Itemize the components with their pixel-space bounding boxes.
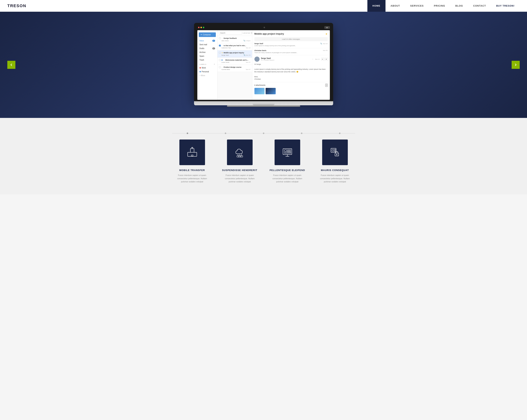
download-all-button[interactable]: ⬇ [325, 84, 328, 87]
svg-point-23 [336, 154, 337, 155]
unread-dot [221, 59, 223, 61]
sidebar-archive[interactable]: Archive [197, 50, 217, 54]
email-from: Jack Jones [221, 40, 229, 42]
email-list-header: 1-24 of 112 ‹ › [218, 30, 252, 36]
nav-blog[interactable]: BLOG [450, 0, 468, 12]
feature-title: PELLENTESQUE ELEIFEND [270, 169, 305, 172]
svg-rect-2 [188, 152, 197, 156]
email-time: 📎 4:30pm [243, 40, 251, 42]
nav-contact[interactable]: CONTACT [468, 0, 491, 12]
nav-about[interactable]: ABOUT [385, 0, 405, 12]
svg-rect-20 [334, 149, 336, 150]
feature-icon-security [322, 140, 348, 165]
features-section: MOBILE TRANSFER Fusce interdum sapien ut… [0, 118, 527, 194]
email-star[interactable]: ☆ [221, 45, 223, 46]
next-slide-button[interactable] [512, 61, 520, 69]
sidebar-spam[interactable]: Spam [197, 54, 217, 58]
sidebar-drafts[interactable]: Drafts 2 [197, 46, 217, 50]
conv-sender: Serge Vasil [254, 43, 263, 44]
sidebar-trash[interactable]: Trash [197, 58, 217, 62]
laptop-foot [227, 105, 300, 107]
sidebar-inbox[interactable]: Inbox 3 [197, 39, 217, 43]
email-time: Nov 10 [246, 47, 250, 49]
email-item[interactable]: ☆ Bistronome materials and s... Lewis Sm… [218, 58, 252, 65]
laptop-stand [253, 103, 274, 105]
email-checkbox[interactable] [219, 37, 221, 39]
dot-green [203, 27, 204, 28]
prev-arrow[interactable] [7, 61, 15, 69]
features-grid: MOBILE TRANSFER Fusce interdum sapien ut… [163, 140, 364, 183]
attachment-count: 2 attachments [254, 84, 266, 86]
prev-page-button[interactable]: ‹ [251, 32, 252, 34]
email-from: Catherine Tate [221, 47, 231, 49]
email-checkbox[interactable] [219, 59, 221, 61]
nav-services[interactable]: SERVICES [405, 0, 429, 12]
svg-point-1 [255, 59, 259, 62]
nav-links: HOME ABOUT SERVICES PRICING BLOG CONTACT… [367, 0, 520, 12]
laptop-mockup: ⬤ ✏ Compose Inbox 3 [194, 23, 333, 107]
navbar: TRESON HOME ABOUT SERVICES PRICING BLOG … [0, 0, 527, 12]
hero-section: ⬤ ✏ Compose Inbox 3 [0, 12, 527, 118]
message-body: Hi Serge, Lorem Ipsum is simply dummy te… [254, 63, 328, 81]
email-item[interactable]: ☆ Design feedback Jack Jones 📎 4:30pm [218, 36, 252, 43]
email-star[interactable]: ☆ [223, 59, 225, 61]
clip-icon: 📎 [320, 43, 322, 44]
attachment-thumb[interactable] [266, 88, 276, 94]
email-subject: Design feedback [224, 37, 251, 39]
email-star[interactable]: ★ [221, 52, 223, 54]
svg-point-0 [256, 58, 258, 59]
email-star[interactable]: ☆ [221, 66, 223, 68]
feature-item: PELLENTESQUE ELEIFEND Fusce interdum sap… [269, 140, 306, 183]
feature-desc: Fusce interdum sapien ut quam consectetu… [269, 174, 306, 183]
detail-star[interactable]: ★ [325, 33, 328, 35]
label-personal[interactable]: Personal [197, 70, 217, 74]
email-from: Serge Vasil [221, 54, 229, 56]
email-checkbox[interactable] [219, 52, 221, 54]
inbox-label: Inbox [199, 40, 204, 42]
email-checkbox[interactable]: ✓ [219, 45, 221, 46]
email-item[interactable]: ✓ ☆ Is that what you had in min... Cathe… [218, 43, 252, 50]
compose-label: Compose [203, 34, 211, 36]
sidebar-more[interactable]: + More [197, 74, 217, 77]
nav-pricing[interactable]: PRICING [429, 0, 450, 12]
email-star[interactable]: ☆ [221, 37, 223, 39]
conv-sender: Christian Davis [254, 50, 266, 51]
email-subject: Is that what you had in min... [224, 45, 251, 46]
feature-item: MAURIS CONSEQUAT Fusce interdum sapien u… [317, 140, 353, 183]
feature-item: MOBILE TRANSFER Fusce interdum sapien ut… [174, 140, 210, 183]
more-button[interactable]: ▾ [325, 58, 328, 61]
features-dots-row [7, 133, 520, 134]
email-checkbox[interactable] [219, 66, 221, 68]
sidebar-sent[interactable]: Sent mail [197, 43, 217, 46]
conv-time: Nov 05 [323, 50, 328, 51]
laptop-base [194, 101, 333, 105]
email-item[interactable]: ☆ Product design course Camilla Belle No… [218, 65, 252, 72]
drafts-label: Drafts [199, 47, 204, 49]
feature-icon-monitor [274, 140, 300, 165]
email-sidebar: ✏ Compose Inbox 3 Sent mail Drafts 2 [197, 30, 218, 100]
email-time: 📎 Nov 09 [243, 54, 250, 56]
compose-button[interactable]: ✏ Compose [199, 33, 216, 37]
feature-desc: Fusce interdum sapien ut quam consectetu… [317, 174, 353, 183]
nav-buy[interactable]: BUY TRESON! [491, 0, 520, 12]
attachment-thumb[interactable] [254, 88, 264, 94]
email-subject: Bistronome materials and s... [226, 59, 251, 61]
email-item[interactable]: ★ Mobile app project inquiry Serge Vasil… [218, 50, 252, 58]
msg-star[interactable]: ☆ [312, 58, 314, 60]
conv-text: Lorem Ipsum is simply dummy text of the … [254, 45, 328, 46]
nav-home[interactable]: HOME [367, 0, 385, 12]
reply-button[interactable]: ↩ [321, 58, 324, 61]
feature-title: MOBILE TRANSFER [179, 169, 205, 172]
conv-message: Christian Davis Nov 05 There are many va… [254, 50, 328, 55]
labels-expand[interactable]: + [214, 63, 215, 65]
email-time: Nov 07 [246, 62, 250, 63]
feature-title: SUSPENDISSE HENDRERIT [222, 169, 257, 172]
email-from: Camilla Belle [221, 69, 230, 70]
conv-time: Nov 03 [323, 43, 328, 44]
msg-date: Nov 11 [315, 58, 320, 60]
svg-rect-21 [334, 151, 336, 152]
email-from: Lewis Smith [221, 62, 229, 63]
search-input[interactable] [219, 31, 242, 35]
label-work[interactable]: Work [197, 66, 217, 70]
load-older[interactable]: Load 24 older messages [254, 37, 328, 41]
